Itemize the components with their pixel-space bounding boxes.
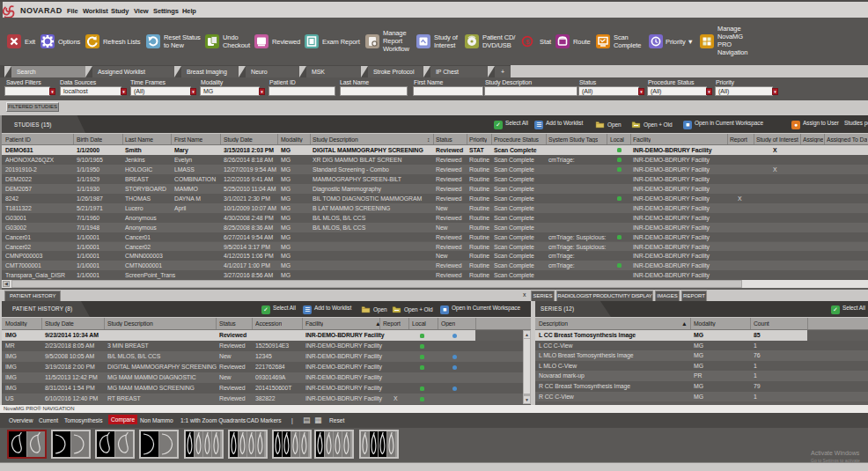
- svg-text:$: $: [526, 38, 530, 46]
